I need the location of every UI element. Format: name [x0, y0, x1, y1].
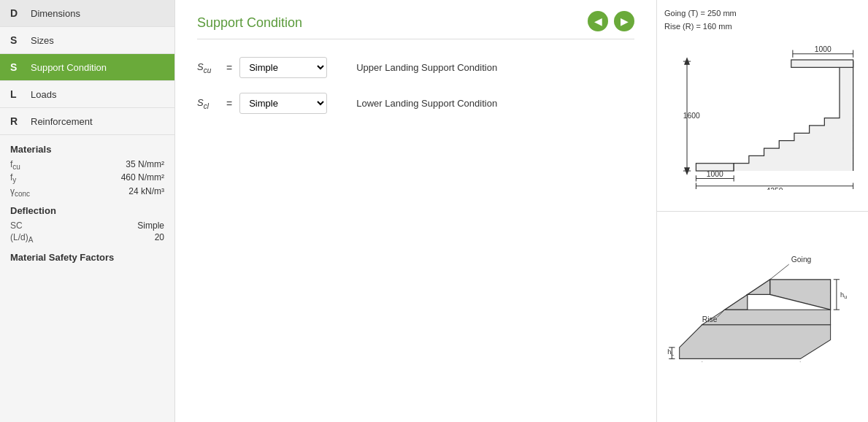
dims-text: Going (T) = 250 mm Rise (R) = 160 mm	[664, 7, 861, 33]
svg-text:1000: 1000	[707, 171, 723, 179]
svg-text:1600: 1600	[683, 112, 700, 120]
svg-rect-9	[791, 60, 853, 67]
prev-button[interactable]: ◀	[588, 11, 608, 31]
svg-text:hu: hu	[840, 291, 847, 299]
nav-letter-support_condition: S	[10, 61, 25, 73]
description-upper: Upper Landing Support Condition	[356, 62, 497, 73]
svg-marker-23	[748, 279, 770, 294]
deflection-title: Deflection	[10, 205, 164, 216]
right-panel: Going (T) = 250 mm Rise (R) = 160 mm	[656, 0, 868, 422]
stair-elevation-svg: 1600 1000 1000 4250	[664, 39, 861, 190]
fy-label: fy	[10, 172, 16, 184]
svg-marker-20	[680, 324, 831, 358]
condition-row-upper: Scu = SimpleFixedFree Upper Landing Supp…	[197, 57, 634, 78]
svg-text:hL: hL	[667, 348, 674, 357]
main-content: Support Condition ◀ ▶ Scu = SimpleFixedF…	[175, 0, 656, 422]
select-lower[interactable]: SimpleFixedFree	[239, 93, 327, 114]
sidebar-item-dimensions[interactable]: D Dimensions	[0, 0, 174, 27]
going-label: Going (T) = 250 mm	[664, 7, 861, 20]
ld-value: 20	[155, 232, 164, 244]
conditions-container: Scu = SimpleFixedFree Upper Landing Supp…	[197, 57, 634, 114]
stair-elevation-panel: Going (T) = 250 mm Rise (R) = 160 mm	[657, 0, 868, 212]
sc-row: SC Simple	[10, 220, 164, 231]
stair-section-svg: hL hspan hu Going Rise	[664, 219, 861, 363]
fy-value: 460 N/mm²	[121, 172, 164, 184]
select-upper[interactable]: SimpleFixedFree	[239, 57, 327, 78]
fcu-label: fcu	[10, 159, 20, 171]
nav-letter-sizes: S	[10, 34, 25, 46]
page-title: Support Condition	[197, 15, 585, 31]
svg-text:Rise: Rise	[702, 315, 718, 323]
material-safety-title: Material Safety Factors	[10, 252, 164, 263]
svg-line-34	[770, 264, 789, 280]
fcu-value: 35 N/mm²	[126, 159, 164, 171]
svg-marker-4	[685, 168, 689, 174]
sidebar-item-sizes[interactable]: S Sizes	[0, 27, 174, 54]
svg-marker-22	[725, 294, 748, 310]
symbol-upper: Scu	[197, 61, 219, 74]
symbol-lower: Scl	[197, 97, 219, 110]
ld-row: (L/d)A 20	[10, 232, 164, 244]
fcu-row: fcu 35 N/mm²	[10, 159, 164, 171]
svg-marker-24	[770, 279, 831, 309]
nav-label-loads: Loads	[31, 89, 56, 100]
nav-letter-dimensions: D	[10, 7, 25, 19]
sidebar-info: Materials fcu 35 N/mm² fy 460 N/mm² γcon…	[0, 135, 174, 276]
nav-items: D Dimensions S Sizes S Support Condition…	[0, 0, 174, 135]
nav-label-support_condition: Support Condition	[31, 62, 107, 73]
fy-row: fy 460 N/mm²	[10, 172, 164, 184]
next-button[interactable]: ▶	[614, 11, 634, 31]
yconc-value: 24 kN/m³	[128, 186, 164, 198]
sc-value: Simple	[137, 220, 164, 231]
content-area: Support Condition ◀ ▶ Scu = SimpleFixedF…	[175, 0, 656, 422]
sidebar-item-reinforcement[interactable]: R Reinforcement	[0, 108, 174, 135]
svg-text:1000: 1000	[815, 45, 831, 53]
nav-label-dimensions: Dimensions	[31, 8, 80, 19]
condition-row-lower: Scl = SimpleFixedFree Lower Landing Supp…	[197, 93, 634, 114]
nav-label-reinforcement: Reinforcement	[31, 116, 93, 127]
equals-upper: =	[226, 62, 232, 74]
sidebar: D Dimensions S Sizes S Support Condition…	[0, 0, 175, 422]
description-lower: Lower Landing Support Condition	[356, 98, 497, 109]
yconc-row: γconc 24 kN/m³	[10, 186, 164, 198]
nav-arrows: ◀ ▶	[585, 11, 634, 31]
yconc-label: γconc	[10, 186, 30, 198]
equals-lower: =	[226, 98, 232, 110]
svg-marker-21	[702, 310, 831, 325]
sidebar-item-support_condition[interactable]: S Support Condition	[0, 54, 174, 81]
stair-section-panel: hL hspan hu Going Rise	[657, 212, 868, 423]
sidebar-item-loads[interactable]: L Loads	[0, 81, 174, 108]
nav-letter-reinforcement: R	[10, 115, 25, 127]
nav-label-sizes: Sizes	[31, 35, 54, 46]
rise-label: Rise (R) = 160 mm	[664, 20, 861, 34]
svg-marker-3	[685, 58, 689, 64]
nav-letter-loads: L	[10, 88, 25, 100]
svg-text:4250: 4250	[767, 187, 783, 190]
svg-text:Going: Going	[791, 255, 812, 263]
ld-label: (L/d)A	[10, 232, 33, 244]
sc-label: SC	[10, 220, 23, 231]
materials-title: Materials	[10, 144, 164, 155]
